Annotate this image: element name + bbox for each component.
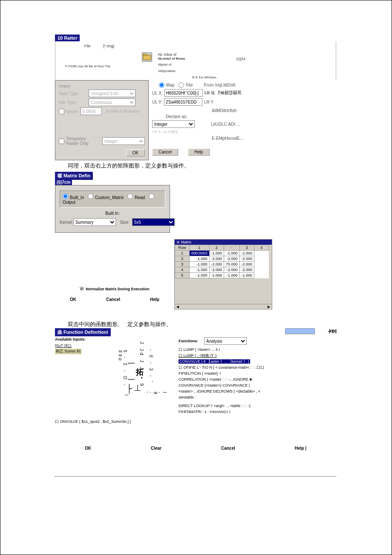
ignore-checkbox[interactable] bbox=[59, 109, 64, 114]
functions-label: Functions: bbox=[179, 339, 198, 343]
ignore-value[interactable] bbox=[81, 107, 102, 115]
raster-dlg-title: 10 Raiter bbox=[55, 35, 80, 41]
gear-icon: 审 bbox=[80, 286, 84, 291]
img-label: [*.img] bbox=[104, 44, 115, 48]
ulx-extra: LR 址 卩裱丽莎丽耳 bbox=[205, 90, 242, 96]
custom-matrix-radio[interactable] bbox=[88, 194, 93, 199]
ok-button[interactable]: OK bbox=[126, 149, 145, 156]
nijnlet: Nijnlet of bbox=[158, 63, 245, 66]
cancel-button-2[interactable]: Cancel bbox=[106, 297, 120, 302]
matrix-table: Row 1 2 - 3 4 1000:0003-1.000-1.000-1.00… bbox=[175, 245, 269, 278]
svg-rect-1 bbox=[143, 54, 147, 56]
data-type-select[interactable]: Unsigned 8-bit bbox=[89, 90, 135, 97]
avail-inputs-label: Available Inputs: bbox=[55, 337, 179, 341]
aii-label: AiiMDilrtcftsh bbox=[212, 108, 236, 113]
uly-extra: LR Y bbox=[204, 100, 213, 104]
input-item[interactable]: 和乙 Somm 列 bbox=[55, 349, 81, 354]
kernel-select[interactable]: Summary bbox=[73, 218, 116, 226]
scroll-left-icon[interactable]: ◄ bbox=[176, 304, 180, 309]
diagram-center: 拓 bbox=[136, 367, 144, 377]
built-in-header: Built In: bbox=[60, 211, 165, 216]
ulx-field[interactable] bbox=[164, 89, 203, 97]
normalize-label: Normalize Matrix During Execution bbox=[86, 287, 149, 291]
uly-label: UL Y: bbox=[152, 100, 162, 104]
prompt-text: P Ficfffi Use Itil file dl Run The bbox=[65, 64, 142, 68]
nlimtcf-value: 1Q24 bbox=[236, 57, 245, 61]
map-radio[interactable] bbox=[159, 82, 164, 88]
matrix-preview-title: ※ Matrix bbox=[175, 240, 272, 245]
file-radio-label: File bbox=[186, 83, 193, 87]
read-radio-label[interactable]: Read bbox=[127, 195, 145, 200]
row-header: Row bbox=[175, 245, 190, 251]
cancel-button-3[interactable]: Cancel bbox=[221, 446, 235, 451]
help-button-3[interactable]: Help | bbox=[295, 446, 306, 451]
ok-button-2[interactable]: OK bbox=[70, 297, 76, 302]
built-in-radio[interactable] bbox=[63, 194, 68, 199]
cn-text-1: 同理，双击右上方的矩阵图形，定义参数与操作。 bbox=[68, 162, 336, 170]
ok-button-3[interactable]: OK bbox=[85, 446, 91, 451]
folder-icon[interactable] bbox=[142, 52, 152, 62]
from-inquire: From InqLliitDoK bbox=[204, 83, 236, 87]
expression-field[interactable]: 口 ONVOLVE ( $n1_spot2.. $n2_Summ3n.] ] bbox=[55, 419, 336, 425]
kernel-label: Kernel: bbox=[60, 220, 73, 225]
func-dlg-caption bbox=[285, 328, 315, 334]
cn-text-2b: 定义参数与操作。 bbox=[127, 321, 172, 328]
eemp-label: E-EMpHecsdE... bbox=[212, 136, 243, 141]
declare-as-label: Declare as: bbox=[166, 114, 187, 119]
diagram-text: J Jd J J/ • 9 bbox=[139, 341, 144, 387]
svg-rect-0 bbox=[143, 55, 151, 60]
output-hdr: Output bbox=[59, 84, 145, 88]
functions-select[interactable]: Analysis bbox=[204, 337, 247, 345]
temp-select[interactable]: Integer bbox=[102, 137, 145, 145]
in-stats-calc: In Stats Calculation bbox=[106, 109, 139, 113]
clear-button[interactable]: Clear bbox=[151, 446, 161, 451]
size-label: Size: bbox=[120, 220, 130, 225]
file-type-label: File Type: bbox=[59, 100, 89, 105]
lrx-extra: LR X: ULX地址 bbox=[152, 129, 333, 135]
built-in-radio-label[interactable]: Built_In bbox=[63, 195, 84, 200]
uly-field[interactable] bbox=[164, 98, 202, 106]
diagram-text: 5 - 2 - O - ddp bbox=[118, 350, 127, 397]
custom-matrix-radio-label[interactable]: Custom_Matrix bbox=[88, 195, 124, 200]
ni-label: Ni.-mbw of bbox=[158, 52, 245, 57]
help-button-2[interactable]: Help bbox=[150, 297, 159, 302]
func-dlg-title: 曲 Function Definrtioni bbox=[55, 328, 111, 336]
scroll-right-icon[interactable]: ► bbox=[267, 304, 271, 309]
size-select[interactable]: 5x5 bbox=[132, 218, 175, 226]
diagram-text: I - 8 - ' bbox=[144, 392, 167, 397]
cancel-button[interactable]: Cancel bbox=[152, 148, 178, 156]
ree-window: R E Ee WHdow... bbox=[192, 75, 245, 79]
close-icon[interactable]: -|n|x| bbox=[328, 328, 336, 336]
matrix-dlg-subtitle: (§)7cm bbox=[55, 179, 72, 185]
help-button[interactable]: Help bbox=[188, 148, 210, 156]
nlimtcf-label: NLimtcf of Rows bbox=[158, 57, 185, 61]
output-radio[interactable] bbox=[149, 194, 154, 199]
liiudlc-label: LtiUDLC ADI ... bbox=[211, 122, 240, 127]
data-type-label: Data Type: bbox=[59, 91, 89, 96]
temp-raster-label: Temporary Raster Only bbox=[66, 136, 96, 146]
matrix-dlg-title: 喔 Matrix Defin bbox=[55, 172, 93, 180]
file-type-select[interactable]: Continuous bbox=[89, 98, 135, 106]
ulx-label: UL X: bbox=[152, 91, 163, 95]
convolve-function: CONVOLVE | € 【aster 》，《kernel 》 | bbox=[179, 359, 250, 364]
temp-raster-checkbox[interactable] bbox=[59, 139, 64, 144]
interp: Inleipclabar bbox=[158, 69, 245, 73]
function-list[interactable]: 口 LUMP ( <laver> ... 4 I 口 LUldP ( , <转换… bbox=[179, 347, 336, 415]
map-label: Map bbox=[166, 83, 174, 87]
file-radio[interactable] bbox=[179, 82, 184, 88]
cn-text-2a: 双击中间的函数图形, bbox=[68, 321, 119, 328]
declare-select[interactable]: Integer bbox=[152, 120, 195, 128]
diagram-text: - 6 - 3 - ' bbox=[149, 349, 153, 384]
file-label: File bbox=[84, 44, 91, 48]
read-radio[interactable] bbox=[127, 194, 133, 199]
ignore-label: Ignore bbox=[66, 109, 78, 114]
